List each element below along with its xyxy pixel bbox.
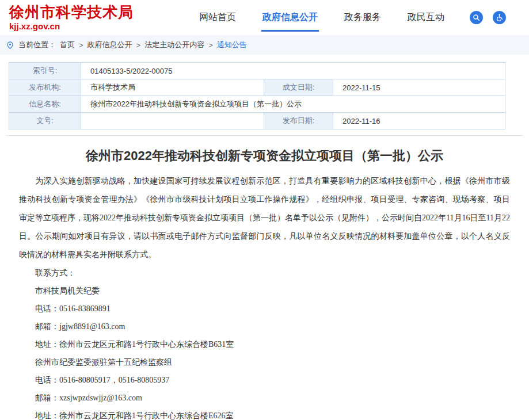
contact-phone-1: 电话：0516-83869891 (19, 300, 510, 318)
meta-value-index-no: 01405133-5/2022-00075 (81, 63, 505, 79)
meta-label-info-name: 信息名称: (9, 96, 81, 113)
search-button[interactable] (470, 11, 483, 24)
contact-address-2: 地址：徐州市云龙区元和路1号行政中心东综合楼E626室 (19, 407, 510, 420)
article: 徐州市2022年推动科技创新专项资金拟立项项目（第一批）公示 为深入实施创新驱动… (0, 147, 529, 420)
contact-phone-2: 电话：0516-80805917，0516-80805937 (19, 371, 510, 389)
breadcrumb-home[interactable]: 首页 (60, 40, 75, 50)
nav-item-public-interaction[interactable]: 政民互动 (408, 12, 444, 24)
header-icon-group (470, 11, 506, 24)
location-pin-icon (6, 41, 14, 49)
meta-value-publish-date: 2022-11-16 (333, 113, 505, 129)
breadcrumb: 当前位置： 首页 > 政府信息公开 > 法定主动公开内容 > 通知公告 (0, 35, 529, 55)
article-body: 为深入实施创新驱动战略，加快建设国家可持续发展议程创新示范区，打造具有重要影响力… (19, 172, 510, 420)
wheelchair-accessibility-icon (495, 13, 504, 22)
document-meta-table: 索引号: 01405133-5/2022-00075 发布机构: 市科学技术局 … (9, 62, 505, 129)
search-icon (472, 13, 481, 22)
nav-item-gov-info-disclosure[interactable]: 政府信息公开 (262, 12, 318, 24)
site-domain: kjj.xz.gov.cn (9, 22, 134, 32)
meta-label-issuing-agency: 发布机构: (9, 79, 81, 96)
content-divider (6, 135, 523, 136)
meta-value-date-written: 2022-11-15 (333, 79, 505, 96)
site-title: 徐州市科学技术局 (9, 4, 134, 21)
meta-label-date-written: 成文日期: (264, 79, 333, 96)
contact-address-1: 地址：徐州市云龙区元和路1号行政中心东综合楼B631室 (19, 335, 510, 353)
table-row: 索引号: 01405133-5/2022-00075 (9, 63, 505, 79)
breadcrumb-notices[interactable]: 通知公告 (217, 40, 247, 50)
breadcrumb-gov-info[interactable]: 政府信息公开 (87, 40, 132, 50)
meta-value-info-name: 徐州市2022年推动科技创新专项资金拟立项项目（第一批）公示 (81, 96, 505, 113)
main-nav: 网站首页 政府信息公开 政务服务 政民互动 (199, 12, 444, 24)
breadcrumb-separator: > (208, 41, 213, 49)
table-row: 发布机构: 市科学技术局 成文日期: 2022-11-15 (9, 79, 505, 96)
meta-value-doc-no (81, 113, 264, 129)
accessibility-button[interactable] (493, 11, 506, 24)
contact-dept-1: 市科技局机关纪委 (19, 282, 510, 300)
contact-email-1: 邮箱：jgjw8891@163.com (19, 318, 510, 335)
meta-label-index-no: 索引号: (9, 63, 81, 79)
meta-label-doc-no: 文号: (9, 113, 81, 129)
site-header: 徐州市科学技术局 kjj.xz.gov.cn 网站首页 政府信息公开 政务服务 … (0, 0, 529, 35)
breadcrumb-statutory-disclosure[interactable]: 法定主动公开内容 (144, 40, 204, 50)
nav-item-gov-services[interactable]: 政务服务 (344, 12, 381, 24)
announcement-paragraph: 为深入实施创新驱动战略，加快建设国家可持续发展议程创新示范区，打造具有重要影响力… (19, 172, 510, 264)
site-logo[interactable]: 徐州市科学技术局 kjj.xz.gov.cn (9, 4, 134, 31)
table-row: 文号: 发布日期: 2022-11-16 (9, 113, 505, 129)
meta-label-publish-date: 发布日期: (264, 113, 333, 129)
breadcrumb-separator: > (79, 41, 83, 49)
nav-item-home[interactable]: 网站首页 (199, 12, 236, 24)
contact-email-2: 邮箱：xzsjwpzdswjjz@163.com (19, 389, 510, 407)
contact-heading: 联系方式： (19, 264, 510, 282)
meta-value-issuing-agency: 市科学技术局 (81, 79, 264, 96)
page-title: 徐州市2022年推动科技创新专项资金拟立项项目（第一批）公示 (19, 147, 510, 165)
table-row: 信息名称: 徐州市2022年推动科技创新专项资金拟立项项目（第一批）公示 (9, 96, 505, 113)
contact-dept-2: 徐州市纪委监委派驻第十五纪检监察组 (19, 353, 510, 371)
breadcrumb-separator: > (136, 41, 141, 49)
breadcrumb-label: 当前位置： (18, 40, 56, 50)
